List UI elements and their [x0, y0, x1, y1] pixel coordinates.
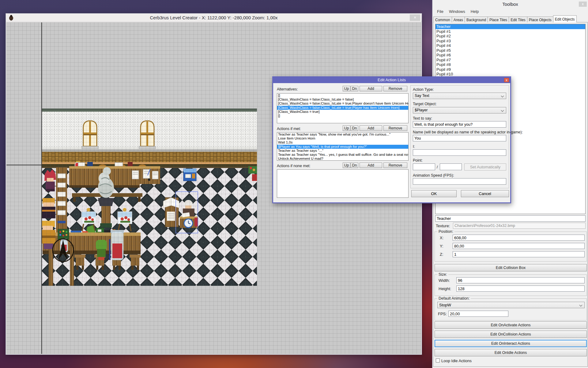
fps-input[interactable] [448, 311, 508, 317]
size-group: Size: Width: Height: [435, 274, 587, 296]
width-input[interactable] [456, 277, 585, 283]
list-button[interactable]: Dn [351, 86, 358, 91]
list-item[interactable]: Teacher as Teacher says "Now, show me wh… [277, 132, 408, 136]
texture-field [453, 223, 586, 229]
blue-chest [183, 169, 196, 181]
object-list-item[interactable]: Pupil #1 [435, 29, 585, 34]
list-item[interactable]: Teacher as Teacher says "..." [277, 149, 408, 153]
list-button[interactable]: Remove [383, 86, 407, 91]
animation-select[interactable]: StopW [437, 302, 585, 308]
z-label: Z: [440, 252, 443, 257]
list-item[interactable]: [] [277, 114, 408, 118]
tab[interactable]: Areas [452, 17, 465, 22]
list-item[interactable]: $Player as You says "Well, is that proof… [277, 145, 408, 149]
list-button[interactable]: Dn [351, 163, 358, 168]
z-input[interactable] [453, 251, 585, 257]
menu-item[interactable]: File [434, 8, 446, 15]
target-object-select[interactable]: $Player [413, 107, 506, 113]
position-group-label: Position: [437, 229, 454, 234]
list-item[interactable]: [] [277, 94, 408, 98]
toolbox-titlebar[interactable]: Toolbox x [432, 0, 588, 8]
app-icon [9, 15, 13, 22]
speaker-name-input[interactable] [413, 135, 506, 141]
dialog-titlebar[interactable]: Edit Action Lists x [273, 77, 511, 83]
object-list-item[interactable]: Pupil #4 [435, 43, 585, 48]
object-list-item[interactable]: Pupil #7 [435, 58, 585, 63]
list-button[interactable]: Add [360, 86, 382, 91]
pupil-sprite-dark [42, 198, 55, 218]
list-button[interactable]: Add [360, 125, 382, 131]
action-type-label: Action Type: [413, 87, 434, 92]
loop-idle-checkbox[interactable] [436, 358, 440, 362]
window-title: Cerb3rus Level Creator - X: 1122,000 Y: … [6, 13, 422, 22]
list-button[interactable]: Up [343, 163, 350, 168]
window-titlebar[interactable]: Cerb3rus Level Creator - X: 1122,000 Y: … [6, 13, 422, 22]
actions-if-none-met-list[interactable] [277, 169, 409, 198]
list-item[interactable]: Unlock Achievement U mad? [277, 157, 408, 161]
object-list-item[interactable]: Pupil #2 [435, 34, 585, 39]
object-list-item[interactable]: Pupil #5 [435, 48, 585, 53]
list-item[interactable]: Teacher as Teacher says "Yes... yes, I g… [277, 153, 408, 157]
tab[interactable]: Edit Tiles [509, 17, 527, 22]
object-list-item[interactable]: Pupil #6 [435, 53, 585, 58]
actions-if-none-met-buttons: UpDnAddRemove [277, 163, 409, 168]
alternatives-buttons: UpDnAddRemove [277, 86, 409, 91]
tab[interactable]: Place Tiles [488, 17, 509, 22]
close-icon[interactable]: x [504, 78, 509, 82]
edit-actions-button[interactable]: Edit OnInteract Actions [435, 340, 587, 347]
list-item[interactable]: [Class_WasInClass = false;Class_IsLate =… [277, 106, 408, 110]
point-y-input[interactable] [440, 163, 462, 170]
i-input[interactable] [413, 149, 506, 156]
x-label: X: [440, 236, 443, 240]
action-type-select[interactable]: Say Text [413, 93, 506, 99]
tab[interactable]: Common [433, 17, 452, 22]
list-item[interactable]: [Class_WasInClass = false;Class_IsLate =… [277, 102, 408, 105]
list-button[interactable]: Up [343, 125, 350, 131]
list-button[interactable]: Remove [383, 163, 407, 168]
text-to-say-input[interactable] [413, 121, 506, 128]
tab[interactable]: Place Objects [527, 17, 553, 22]
height-input[interactable] [456, 286, 585, 292]
set-automatically-button[interactable]: Set Automatically [464, 163, 506, 171]
edit-collision-box-button[interactable]: Edit Collision Box [435, 264, 587, 271]
edit-actions-button[interactable]: Edit OnIdle Actions [435, 349, 587, 356]
close-icon[interactable]: × [410, 14, 420, 21]
object-name-input[interactable] [435, 215, 586, 222]
cancel-button[interactable]: Cancel [461, 190, 509, 197]
object-list-item[interactable]: Pupil #9 [435, 67, 585, 72]
toolbox-title: Toolbox [432, 0, 588, 8]
list-button[interactable]: Up [343, 86, 350, 91]
speaker-name-label: Name (will be displayed as name of the s… [413, 130, 523, 134]
alternatives-list[interactable]: [][Class_WasInClass = false;Class_IsLate… [277, 93, 409, 123]
edit-actions-button[interactable]: Edit OnActivate Actions [435, 321, 587, 329]
menu-item[interactable]: Windows [446, 8, 468, 15]
x-input[interactable] [453, 235, 585, 241]
list-item[interactable]: Lose Item Unicorn Horn [277, 136, 408, 140]
axis-vertical [41, 22, 42, 354]
arched-window [139, 121, 156, 149]
menu-item[interactable]: Help [468, 8, 482, 15]
close-icon[interactable]: x [579, 2, 587, 7]
animation-speed-input[interactable] [413, 178, 506, 185]
point-x-input[interactable] [413, 163, 435, 170]
list-item[interactable]: Wait 1,0s [277, 140, 408, 144]
ok-button[interactable]: OK [411, 190, 457, 197]
tab[interactable]: Edit Objects [553, 15, 577, 22]
teacher-desk [128, 166, 160, 184]
object-list-item[interactable]: Pupil #8 [435, 62, 585, 67]
tab-strip: CommonAreasBackgroundPlace TilesEdit Til… [433, 15, 576, 22]
y-input[interactable] [453, 243, 585, 249]
tab[interactable]: Background [465, 17, 488, 22]
edit-actions-button[interactable]: Edit OnCollision Actions [435, 331, 587, 338]
object-list-item[interactable]: Teacher [435, 24, 585, 29]
height-label: Height: [439, 286, 451, 291]
list-item[interactable]: [Class_WasInClass = false;Class_IsLate =… [277, 98, 408, 102]
list-button[interactable]: Dn [351, 125, 358, 131]
object-list-item[interactable]: Pupil #10 [435, 72, 585, 77]
list-item[interactable]: [Class_WasInClass = true] [277, 110, 408, 114]
list-button[interactable]: Add [360, 163, 382, 168]
text-to-say-label: Text to say: [413, 116, 432, 121]
object-list-item[interactable]: Pupil #3 [435, 39, 585, 44]
actions-if-met-list[interactable]: Teacher as Teacher says "Now, show me wh… [277, 132, 409, 161]
list-button[interactable]: Remove [383, 125, 407, 131]
